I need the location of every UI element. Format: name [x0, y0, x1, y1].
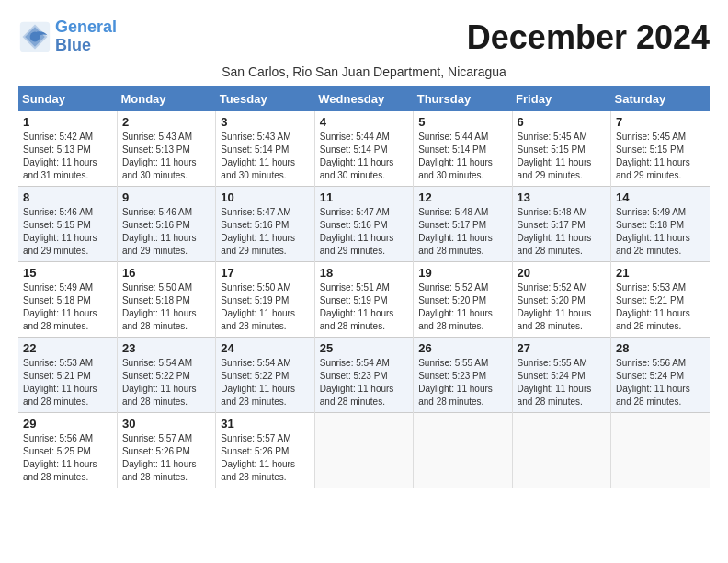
day-info: Sunrise: 5:45 AMSunset: 5:15 PMDaylight:…	[518, 131, 606, 182]
day-info: Sunrise: 5:49 AMSunset: 5:18 PMDaylight:…	[616, 206, 705, 258]
sunset-text: Sunset: 5:14 PM	[320, 144, 388, 155]
sunrise-text: Sunrise: 5:50 AM	[221, 282, 290, 293]
day-info: Sunrise: 5:56 AMSunset: 5:25 PMDaylight:…	[23, 432, 112, 484]
sunrise-text: Sunrise: 5:54 AM	[122, 358, 192, 368]
sunrise-text: Sunrise: 5:48 AM	[518, 207, 587, 217]
sunset-text: Sunset: 5:26 PM	[221, 446, 289, 456]
calendar-cell	[512, 413, 610, 488]
daylight-text: Daylight: 11 hours and 30 minutes.	[221, 157, 295, 180]
day-info: Sunrise: 5:54 AMSunset: 5:22 PMDaylight:…	[122, 357, 210, 408]
day-info: Sunrise: 5:56 AMSunset: 5:24 PMDaylight:…	[616, 357, 705, 408]
day-info: Sunrise: 5:53 AMSunset: 5:21 PMDaylight:…	[616, 282, 705, 333]
calendar-cell: 31Sunrise: 5:57 AMSunset: 5:26 PMDayligh…	[216, 413, 314, 488]
sunset-text: Sunset: 5:21 PM	[616, 295, 684, 305]
sunrise-text: Sunrise: 5:53 AM	[23, 358, 93, 368]
calendar-cell: 3Sunrise: 5:43 AMSunset: 5:14 PMDaylight…	[216, 111, 314, 187]
daylight-text: Daylight: 11 hours and 31 minutes.	[23, 157, 97, 180]
calendar-cell: 30Sunrise: 5:57 AMSunset: 5:26 PMDayligh…	[117, 413, 215, 488]
day-info: Sunrise: 5:53 AMSunset: 5:21 PMDaylight:…	[23, 357, 112, 408]
day-number: 21	[616, 266, 705, 280]
sunset-text: Sunset: 5:17 PM	[418, 220, 486, 230]
calendar-cell: 6Sunrise: 5:45 AMSunset: 5:15 PMDaylight…	[512, 111, 610, 187]
logo: General Blue	[18, 18, 117, 55]
day-number: 25	[320, 341, 408, 355]
sunset-text: Sunset: 5:15 PM	[518, 144, 586, 155]
sunrise-text: Sunrise: 5:52 AM	[418, 282, 488, 293]
day-info: Sunrise: 5:46 AMSunset: 5:16 PMDaylight:…	[122, 206, 210, 258]
day-number: 29	[23, 417, 112, 431]
daylight-text: Daylight: 11 hours and 29 minutes.	[23, 233, 97, 256]
day-number: 31	[221, 417, 309, 431]
calendar-cell: 17Sunrise: 5:50 AMSunset: 5:19 PMDayligh…	[216, 262, 314, 338]
calendar-cell: 28Sunrise: 5:56 AMSunset: 5:24 PMDayligh…	[611, 338, 710, 413]
day-header-wednesday: Wednesday	[314, 86, 413, 111]
day-info: Sunrise: 5:50 AMSunset: 5:19 PMDaylight:…	[221, 282, 309, 333]
day-header-row: SundayMondayTuesdayWednesdayThursdayFrid…	[18, 86, 710, 111]
sunrise-text: Sunrise: 5:53 AM	[616, 282, 686, 293]
sunrise-text: Sunrise: 5:48 AM	[418, 207, 488, 217]
day-number: 26	[418, 341, 506, 355]
sunrise-text: Sunrise: 5:46 AM	[23, 207, 93, 217]
subtitle: San Carlos, Rio San Juan Department, Nic…	[18, 64, 710, 79]
day-info: Sunrise: 5:52 AMSunset: 5:20 PMDaylight:…	[418, 282, 506, 333]
header: General Blue December 2024	[18, 18, 710, 57]
day-info: Sunrise: 5:43 AMSunset: 5:14 PMDaylight:…	[221, 131, 309, 182]
sunset-text: Sunset: 5:24 PM	[518, 371, 586, 381]
calendar-cell: 1Sunrise: 5:42 AMSunset: 5:13 PMDaylight…	[18, 111, 117, 187]
daylight-text: Daylight: 11 hours and 29 minutes.	[518, 157, 592, 180]
sunrise-text: Sunrise: 5:55 AM	[418, 358, 488, 368]
day-number: 30	[122, 417, 210, 431]
calendar-cell: 13Sunrise: 5:48 AMSunset: 5:17 PMDayligh…	[512, 187, 610, 262]
sunrise-text: Sunrise: 5:56 AM	[616, 358, 686, 368]
calendar-cell	[314, 413, 413, 488]
sunset-text: Sunset: 5:26 PM	[122, 446, 190, 456]
daylight-text: Daylight: 11 hours and 28 minutes.	[616, 233, 690, 256]
sunset-text: Sunset: 5:16 PM	[221, 220, 289, 230]
daylight-text: Daylight: 11 hours and 28 minutes.	[221, 384, 295, 407]
day-header-tuesday: Tuesday	[216, 86, 314, 111]
sunrise-text: Sunrise: 5:44 AM	[320, 132, 390, 142]
day-info: Sunrise: 5:57 AMSunset: 5:26 PMDaylight:…	[122, 432, 210, 484]
daylight-text: Daylight: 11 hours and 28 minutes.	[320, 384, 394, 407]
daylight-text: Daylight: 11 hours and 28 minutes.	[23, 384, 97, 407]
day-number: 14	[616, 190, 705, 204]
sunset-text: Sunset: 5:20 PM	[418, 295, 486, 305]
day-number: 8	[23, 190, 112, 204]
day-info: Sunrise: 5:50 AMSunset: 5:18 PMDaylight:…	[122, 282, 210, 333]
calendar-week-2: 8Sunrise: 5:46 AMSunset: 5:15 PMDaylight…	[18, 187, 710, 262]
daylight-text: Daylight: 11 hours and 29 minutes.	[221, 233, 295, 256]
daylight-text: Daylight: 11 hours and 28 minutes.	[221, 459, 295, 482]
day-info: Sunrise: 5:55 AMSunset: 5:23 PMDaylight:…	[418, 357, 506, 408]
daylight-text: Daylight: 11 hours and 28 minutes.	[518, 233, 592, 256]
day-info: Sunrise: 5:45 AMSunset: 5:15 PMDaylight:…	[616, 131, 705, 182]
calendar-cell	[414, 413, 512, 488]
day-info: Sunrise: 5:47 AMSunset: 5:16 PMDaylight:…	[320, 206, 408, 258]
day-number: 11	[320, 190, 408, 204]
sunrise-text: Sunrise: 5:46 AM	[122, 207, 192, 217]
day-number: 1	[23, 115, 112, 129]
day-number: 9	[122, 190, 210, 204]
day-number: 24	[221, 341, 309, 355]
day-number: 15	[23, 266, 112, 280]
daylight-text: Daylight: 11 hours and 29 minutes.	[616, 157, 690, 180]
sunset-text: Sunset: 5:18 PM	[616, 220, 684, 230]
sunrise-text: Sunrise: 5:55 AM	[518, 358, 587, 368]
day-info: Sunrise: 5:52 AMSunset: 5:20 PMDaylight:…	[518, 282, 606, 333]
day-number: 28	[616, 341, 705, 355]
day-number: 20	[518, 266, 606, 280]
logo-text: General Blue	[55, 18, 117, 55]
sunset-text: Sunset: 5:13 PM	[122, 144, 190, 155]
title-area: December 2024	[467, 18, 710, 57]
daylight-text: Daylight: 11 hours and 28 minutes.	[616, 308, 690, 331]
sunrise-text: Sunrise: 5:43 AM	[122, 132, 192, 142]
sunset-text: Sunset: 5:14 PM	[221, 144, 289, 155]
sunset-text: Sunset: 5:23 PM	[418, 371, 486, 381]
calendar-week-5: 29Sunrise: 5:56 AMSunset: 5:25 PMDayligh…	[18, 413, 710, 488]
daylight-text: Daylight: 11 hours and 28 minutes.	[122, 459, 197, 482]
daylight-text: Daylight: 11 hours and 29 minutes.	[122, 233, 197, 256]
sunrise-text: Sunrise: 5:42 AM	[23, 132, 93, 142]
sunset-text: Sunset: 5:18 PM	[23, 295, 91, 305]
sunset-text: Sunset: 5:22 PM	[122, 371, 190, 381]
sunrise-text: Sunrise: 5:54 AM	[320, 358, 390, 368]
calendar-cell: 26Sunrise: 5:55 AMSunset: 5:23 PMDayligh…	[414, 338, 512, 413]
